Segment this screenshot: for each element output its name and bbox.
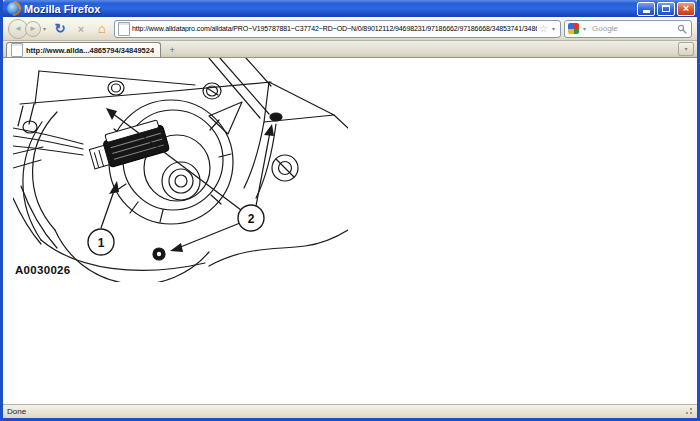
callout-1: 1 bbox=[88, 229, 114, 255]
tab-title: http://www.allda...4865794/34849524 bbox=[26, 46, 154, 55]
callout-2: 2 bbox=[238, 205, 264, 231]
bookmark-star-icon[interactable]: ☆ bbox=[539, 24, 548, 34]
maximize-button[interactable] bbox=[657, 2, 675, 16]
url-bar[interactable]: ☆ ▾ bbox=[114, 20, 561, 38]
status-bar: Done bbox=[3, 404, 697, 418]
url-input[interactable] bbox=[132, 25, 537, 32]
page-icon bbox=[118, 22, 130, 36]
reload-button[interactable]: ↻ bbox=[51, 20, 69, 38]
search-input[interactable] bbox=[590, 23, 674, 34]
navigation-toolbar: ◄ ► ▾ ↻ × ⌂ ☆ ▾ ▾ bbox=[3, 17, 697, 41]
status-text: Done bbox=[7, 407, 26, 416]
tab-alldata[interactable]: http://www.allda...4865794/34849524 bbox=[6, 42, 161, 57]
back-icon: ◄ bbox=[14, 25, 22, 33]
reload-icon: ↻ bbox=[55, 21, 66, 36]
close-icon: × bbox=[683, 3, 689, 14]
connector-graphic bbox=[87, 119, 170, 172]
minimize-button[interactable] bbox=[637, 2, 655, 16]
search-magnifier-icon[interactable] bbox=[676, 24, 688, 34]
google-logo-icon bbox=[568, 23, 579, 34]
window-title: Mozilla Firefox bbox=[24, 3, 100, 15]
maximize-icon bbox=[662, 5, 670, 12]
callout-2-label: 2 bbox=[248, 212, 255, 226]
stop-button[interactable]: × bbox=[72, 20, 90, 38]
tab-page-icon bbox=[11, 43, 23, 57]
figure-id-label: A0030026 bbox=[15, 264, 70, 276]
page-content: 1 2 A0030026 bbox=[3, 58, 697, 404]
tab-bar: http://www.allda...4865794/34849524 + ▾ bbox=[3, 41, 697, 58]
new-tab-button[interactable]: + bbox=[163, 42, 181, 57]
technical-diagram: 1 2 A0030026 bbox=[13, 58, 348, 282]
url-dropdown-icon[interactable]: ▾ bbox=[550, 26, 557, 32]
home-icon: ⌂ bbox=[98, 21, 106, 36]
chevron-down-icon: ▾ bbox=[682, 46, 689, 52]
stop-icon: × bbox=[78, 23, 84, 35]
forward-button[interactable]: ► bbox=[25, 21, 41, 37]
firefox-window: Mozilla Firefox × ◄ ► ▾ ↻ × ⌂ ☆ ▾ bbox=[0, 0, 700, 421]
callout-1-label: 1 bbox=[98, 236, 105, 250]
forward-icon: ► bbox=[29, 25, 37, 33]
search-box[interactable]: ▾ bbox=[564, 20, 692, 38]
title-bar[interactable]: Mozilla Firefox × bbox=[3, 0, 697, 17]
minimize-icon bbox=[643, 10, 650, 13]
search-engine-dropdown-icon[interactable]: ▾ bbox=[581, 26, 588, 32]
history-dropdown-icon[interactable]: ▾ bbox=[41, 26, 48, 32]
firefox-logo-icon bbox=[7, 2, 20, 15]
list-all-tabs-button[interactable]: ▾ bbox=[678, 42, 694, 56]
resize-grip-icon[interactable] bbox=[683, 407, 693, 417]
close-button[interactable]: × bbox=[677, 2, 695, 16]
home-button[interactable]: ⌂ bbox=[93, 20, 111, 38]
